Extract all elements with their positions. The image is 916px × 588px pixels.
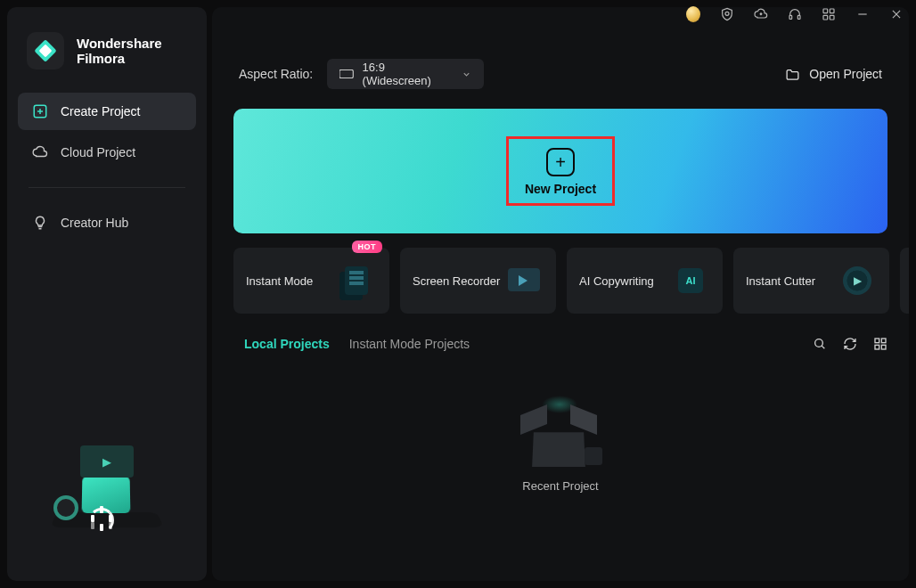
brand-title-top: Wondershare — [77, 36, 162, 51]
hot-badge: HOT — [352, 241, 383, 253]
sidebar-item-label: Cloud Project — [61, 145, 135, 159]
refresh-icon[interactable] — [843, 337, 857, 351]
svg-line-17 — [822, 346, 824, 348]
cloud-icon — [32, 144, 48, 160]
svg-rect-5 — [823, 15, 828, 20]
feature-cards-row: Instant Mode HOT Screen Recorder AI Copy… — [233, 248, 887, 314]
loading-spinner-icon — [89, 508, 114, 533]
card-label: Instant Mode — [246, 274, 313, 288]
aspect-ratio-value: 16:9 (Widescreen) — [363, 61, 454, 87]
folder-icon — [785, 68, 800, 81]
svg-point-0 — [725, 12, 729, 15]
open-project-label: Open Project — [809, 67, 882, 81]
cloud-sync-icon[interactable] — [754, 7, 768, 21]
coin-icon[interactable] — [686, 7, 700, 21]
sidebar-item-label: Creator Hub — [61, 216, 128, 230]
svg-rect-1 — [789, 15, 792, 19]
brand-logo-block: Wondershare Filmora — [27, 32, 191, 69]
card-label: Instant Cutter — [746, 274, 815, 288]
recent-project-label: Recent Project — [522, 479, 598, 493]
card-instant-cutter[interactable]: Instant Cutter — [733, 248, 889, 314]
sidebar: Wondershare Filmora Create Project Cloud… — [7, 7, 207, 581]
aspect-ratio-label: Aspect Ratio: — [239, 67, 313, 81]
apps-icon[interactable] — [822, 7, 836, 21]
sidebar-item-creator-hub[interactable]: Creator Hub — [18, 204, 196, 241]
widescreen-icon — [339, 69, 353, 78]
sidebar-item-cloud-project[interactable]: Cloud Project — [18, 134, 196, 171]
grid-view-icon[interactable] — [873, 337, 887, 351]
recent-projects-empty: Recent Project — [233, 404, 887, 493]
svg-rect-4 — [830, 9, 834, 13]
sidebar-illustration — [45, 412, 169, 536]
card-label: AI Copywriting — [579, 274, 654, 288]
ai-copywriting-icon — [671, 263, 710, 298]
card-screen-recorder[interactable]: Screen Recorder — [400, 248, 556, 314]
svg-rect-20 — [875, 345, 879, 349]
brand-title-bottom: Filmora — [77, 51, 162, 66]
sidebar-item-create-project[interactable]: Create Project — [18, 93, 196, 130]
main-panel: Aspect Ratio: 16:9 (Widescreen) Open Pro… — [212, 7, 909, 581]
svg-rect-21 — [881, 345, 886, 349]
svg-rect-18 — [875, 339, 879, 343]
app-logo-icon — [27, 32, 64, 69]
minimize-icon[interactable] — [855, 7, 870, 21]
chevron-right-icon — [906, 275, 909, 286]
search-icon[interactable] — [813, 337, 827, 351]
card-instant-mode[interactable]: Instant Mode HOT — [233, 248, 389, 314]
svg-rect-2 — [797, 15, 800, 19]
cards-next-button[interactable] — [900, 248, 909, 314]
svg-rect-15 — [339, 69, 353, 78]
divider — [29, 187, 185, 188]
svg-point-16 — [815, 339, 823, 347]
projects-tab-row: Local Projects Instant Mode Projects — [244, 337, 887, 351]
tab-instant-mode-projects[interactable]: Instant Mode Projects — [349, 337, 470, 351]
tab-local-projects[interactable]: Local Projects — [244, 337, 330, 351]
empty-box-icon — [522, 404, 599, 467]
titlebar — [686, 7, 904, 21]
svg-rect-19 — [881, 339, 886, 343]
plus-square-icon — [32, 103, 48, 119]
instant-cutter-icon — [838, 263, 877, 298]
plus-icon: + — [546, 148, 575, 176]
bulb-icon — [32, 215, 48, 231]
new-project-hero[interactable]: + New Project — [233, 109, 887, 233]
sidebar-item-label: Create Project — [61, 104, 140, 118]
headset-icon[interactable] — [788, 7, 802, 21]
new-project-label: New Project — [525, 182, 596, 196]
chevron-down-icon — [462, 69, 471, 79]
new-project-highlight: + New Project — [506, 136, 615, 206]
instant-mode-icon — [338, 263, 377, 298]
close-icon[interactable] — [889, 7, 904, 21]
card-label: Screen Recorder — [413, 274, 500, 288]
screen-recorder-icon — [504, 263, 544, 298]
svg-rect-3 — [823, 9, 828, 13]
card-ai-copywriting[interactable]: AI Copywriting — [567, 248, 723, 314]
svg-rect-6 — [830, 15, 834, 20]
open-project-button[interactable]: Open Project — [780, 61, 887, 86]
shield-icon[interactable] — [720, 7, 734, 21]
aspect-ratio-select[interactable]: 16:9 (Widescreen) — [327, 59, 484, 89]
